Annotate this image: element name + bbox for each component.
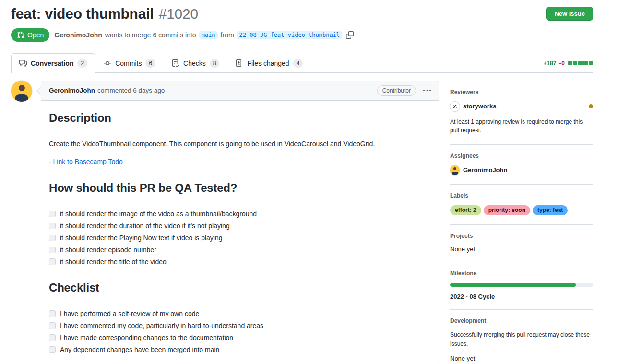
tab-conversation[interactable]: Conversation 2: [11, 53, 95, 73]
copy-branch-icon[interactable]: [346, 31, 354, 39]
projects-value: None yet: [450, 246, 593, 253]
milestone-section: Milestone 2022 - 08 Cycle: [450, 262, 593, 310]
qa-heading: How should this PR be QA Tested?: [49, 179, 431, 201]
author-link[interactable]: GeronimoJohn: [54, 31, 102, 39]
description-text: Create the VideoThumbnail component. Thi…: [49, 139, 431, 149]
reviewers-section: Reviewers Z storyworks At least 1 approv…: [450, 81, 593, 145]
pr-tab-bar: Conversation 2 Commits 6 Checks 8: [11, 53, 593, 73]
diffstat-deletions: −0: [558, 60, 565, 67]
tab-commits[interactable]: Commits 6: [95, 53, 164, 73]
milestone-progress-bar: [450, 283, 593, 287]
task-checkbox[interactable]: [49, 211, 56, 217]
comment-author[interactable]: GeronimoJohn: [49, 87, 95, 94]
git-commit-icon: [104, 59, 111, 67]
comment-timestamp[interactable]: commented 6 days ago: [97, 87, 165, 94]
task-label: I have performed a self-review of my own…: [60, 309, 199, 318]
new-issue-button[interactable]: New issue: [546, 7, 593, 21]
projects-section: Projects None yet: [450, 225, 593, 262]
pending-review-dot-icon: [589, 104, 593, 108]
pr-merge-summary: GeronimoJohn wants to merge 6 commits in…: [54, 31, 354, 39]
reviewer-name: storyworks: [463, 103, 496, 110]
task-checkbox[interactable]: [49, 310, 56, 317]
tab-conversation-label: Conversation: [31, 59, 73, 68]
pr-header: feat: video thumbnail #1020 New issue: [11, 6, 593, 23]
task-label: Any dependent changes have been merged i…: [60, 345, 219, 354]
contributor-badge: Contributor: [377, 85, 416, 96]
task-label: I have commented my code, particularly i…: [60, 321, 263, 330]
label-effort[interactable]: effort: 2: [450, 205, 481, 215]
base-branch-label[interactable]: main: [199, 31, 218, 39]
diffstat[interactable]: +187 −0: [543, 60, 593, 72]
task-checkbox[interactable]: [49, 346, 56, 353]
comment-discussion-icon: [19, 59, 27, 67]
labels-section: Labels effort: 2 priority: soon type: fe…: [450, 185, 593, 225]
pr-number: #1020: [159, 6, 198, 22]
pr-title: feat: video thumbnail: [11, 6, 154, 22]
task-label: it should render the Playing Now text if…: [60, 233, 223, 243]
comment-body: Description Create the VideoThumbnail co…: [41, 101, 439, 364]
task-label: it should render the image of the video …: [60, 209, 257, 219]
label-list: effort: 2 priority: soon type: feat: [450, 205, 593, 215]
development-title: Development: [450, 317, 593, 324]
milestone-progress-fill: [450, 283, 576, 287]
checklist-icon: [172, 59, 179, 67]
task-checkbox[interactable]: [49, 247, 56, 253]
task-checkbox[interactable]: [49, 235, 56, 241]
comment-header: GeronimoJohn commented 6 days ago Contri…: [41, 81, 439, 101]
assignee-name: GeronimoJohn: [463, 166, 507, 174]
development-section: Development Successfully merging this pu…: [450, 310, 593, 364]
task-checkbox[interactable]: [49, 322, 56, 329]
tab-commits-count: 6: [145, 59, 155, 68]
avatar-column: [11, 81, 41, 364]
pull-request-page: feat: video thumbnail #1020 New issue Op…: [0, 0, 619, 364]
task-item: it should render the duration of the vid…: [49, 221, 431, 231]
basecamp-todo-link[interactable]: - Link to Basecamp Todo: [49, 158, 123, 165]
diffstat-additions: +187: [543, 60, 556, 67]
milestone-name[interactable]: 2022 - 08 Cycle: [450, 293, 593, 300]
checklist-heading: Checklist: [49, 279, 431, 301]
tab-checks-count: 8: [210, 59, 220, 68]
task-item: I have commented my code, particularly i…: [49, 321, 431, 330]
task-item: it should render episode number: [49, 245, 431, 255]
assignee-avatar: [450, 165, 460, 175]
from-text: from: [221, 31, 234, 39]
assignee-row[interactable]: GeronimoJohn: [450, 165, 593, 175]
tab-files-count: 4: [293, 59, 303, 68]
tab-conversation-count: 2: [77, 59, 87, 68]
file-diff-icon: [236, 59, 243, 67]
task-item: Any dependent changes have been merged i…: [49, 345, 431, 354]
kebab-menu-icon[interactable]: [423, 87, 431, 94]
tab-files-changed[interactable]: Files changed 4: [227, 53, 311, 73]
pr-content: GeronimoJohn commented 6 days ago Contri…: [11, 73, 593, 364]
pr-sidebar: Reviewers Z storyworks At least 1 approv…: [450, 81, 593, 364]
task-label: I have made corresponding changes to the…: [60, 333, 233, 342]
status-badge: Open: [11, 28, 49, 42]
label-priority[interactable]: priority: soon: [484, 205, 530, 215]
comment-author-avatar[interactable]: [11, 81, 32, 102]
pr-meta-row: Open GeronimoJohn wants to merge 6 commi…: [11, 28, 593, 42]
reviewer-row[interactable]: Z storyworks: [450, 102, 593, 111]
page-title: feat: video thumbnail #1020: [11, 6, 198, 23]
label-type[interactable]: type: feat: [533, 205, 568, 215]
diffstat-blocks: [568, 61, 593, 65]
task-checkbox[interactable]: [49, 334, 56, 341]
development-value: None yet: [450, 355, 593, 362]
task-item: I have performed a self-review of my own…: [49, 309, 431, 318]
avatar-head: [19, 85, 25, 91]
pr-tabs: Conversation 2 Commits 6 Checks 8: [11, 53, 311, 72]
tab-checks[interactable]: Checks 8: [164, 53, 227, 73]
projects-title: Projects: [450, 233, 593, 239]
assignees-title: Assignees: [450, 153, 593, 159]
reviewer-avatar: Z: [450, 102, 460, 111]
head-branch-label[interactable]: 22-08-JG-feat-video-thumbnail: [237, 31, 343, 39]
task-item: it should render the title of the video: [49, 257, 431, 267]
tab-files-label: Files changed: [247, 59, 289, 68]
status-label: Open: [27, 31, 44, 39]
description-heading: Description: [49, 109, 431, 131]
tab-commits-label: Commits: [115, 59, 142, 68]
task-checkbox[interactable]: [49, 258, 56, 265]
milestone-title: Milestone: [450, 270, 593, 277]
task-checkbox[interactable]: [49, 223, 56, 229]
conversation-timeline: GeronimoJohn commented 6 days ago Contri…: [11, 81, 439, 364]
task-item: I have made corresponding changes to the…: [49, 333, 431, 342]
